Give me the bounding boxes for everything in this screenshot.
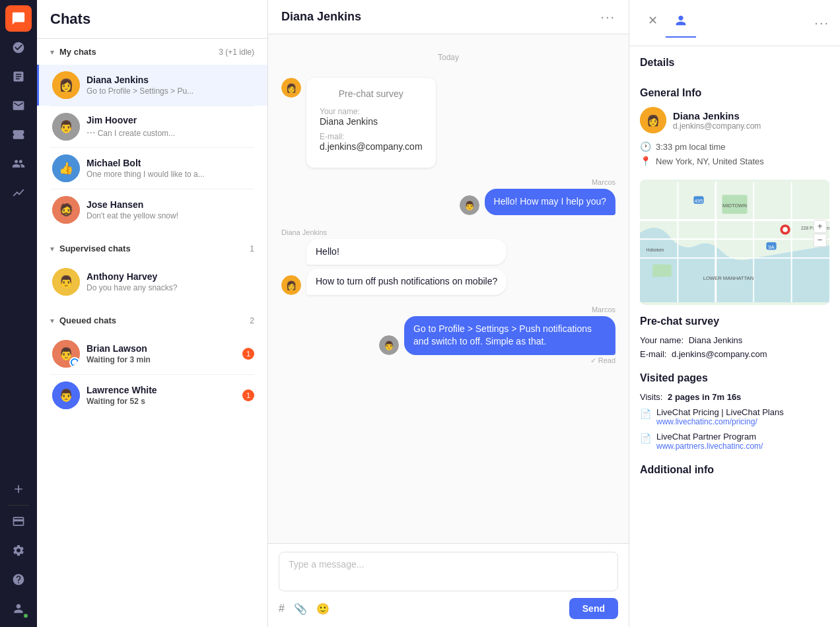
page-url-1[interactable]: www.livechatinc.com/pricing/ [656, 417, 784, 426]
chat-item-anthony[interactable]: 👨 Anthony Harvey Do you have any snacks? [37, 261, 267, 302]
msg-status-4: ✓ Read [281, 356, 615, 365]
send-button[interactable]: Send [569, 598, 618, 619]
queued-chats-title: Queued chats [59, 315, 116, 325]
emoji-icon[interactable]: 🙂 [316, 603, 330, 615]
more-options-icon[interactable]: ··· [600, 9, 615, 24]
chat-item-lawrence[interactable]: 👨 Lawrence White Waiting for 52 s 1 [37, 375, 267, 416]
chat-item-info-jose: Jose Hansen Don't eat the yellow snow! [87, 199, 254, 220]
general-info-title: General Info [640, 87, 829, 99]
avatar-anthony: 👨 [52, 268, 80, 296]
prechat-name-value: Diana Jenkins [689, 335, 743, 345]
avatar-brian: 👨 [52, 340, 80, 368]
sidebar-item-user[interactable] [5, 595, 32, 622]
user-info-header: 👩 Diana Jenkins d.jenkins@company.com [640, 107, 829, 133]
msg-row-4: Go to Profile > Settings > Push notifica… [281, 316, 615, 355]
msg-sender-diana: Diana Jenkins 👩 Hello! How to turn off p… [281, 228, 615, 295]
visited-pages-section: Visited pages Visits: 2 pages in 7m 16s … [640, 372, 829, 451]
sidebar-item-agents[interactable] [5, 34, 32, 61]
survey-row: 👩 Pre-chat survey Your name: Diana Jenki… [281, 78, 615, 168]
avatar-lawrence: 👨 [52, 381, 80, 409]
sidebar-item-inbox[interactable] [5, 92, 32, 119]
chat-item-name-lawrence: Lawrence White [87, 385, 236, 395]
user-profile-tab[interactable] [666, 8, 696, 38]
survey-email-value: d.jenkins@company.com [320, 141, 423, 152]
icon-bar [0, 0, 37, 627]
survey-card: Pre-chat survey Your name: Diana Jenkins… [306, 78, 436, 168]
my-chats-title: My chats [59, 47, 96, 57]
sidebar-item-divider [8, 505, 29, 506]
svg-text:👩: 👩 [286, 280, 297, 291]
svg-text:👩: 👩 [286, 82, 297, 94]
chat-item-diana[interactable]: 👩 Diana Jenkins Go to Profile > Settings… [37, 65, 267, 106]
chat-item-brian[interactable]: 👨 Brian Lawson Waiting for 3 min 1 [37, 333, 267, 374]
msg-row-2: 👩 Hello! How to turn off push notificati… [281, 239, 615, 295]
sidebar-item-team[interactable] [5, 150, 32, 177]
msg-avatar-diana-2: 👩 [281, 275, 301, 295]
details-location-row: 📍 New York, NY, United States [640, 156, 829, 166]
msg-row-1: Hello! How may I help you? 👨 [281, 189, 615, 215]
sidebar-item-add[interactable] [5, 476, 32, 502]
general-info-section: General Info 👩 Diana Jenkins d.jenkins@c… [640, 87, 829, 166]
chat-header-title: Diana Jenkins [281, 10, 361, 24]
chat-input-box[interactable]: Type a message... [279, 552, 618, 591]
details-title: Details [640, 57, 674, 69]
sidebar-item-billing[interactable] [5, 508, 32, 535]
survey-title: Pre-chat survey [320, 88, 423, 99]
chat-list-panel: Chats ▾ My chats 3 (+1 idle) 👩 Diana Jen… [37, 0, 268, 627]
chat-item-name-diana: Diana Jenkins [87, 75, 254, 85]
additional-info-title: Additional info [640, 464, 829, 476]
sidebar-item-settings[interactable] [5, 537, 32, 564]
svg-text:👩: 👩 [59, 78, 74, 92]
chat-item-name-anthony: Anthony Harvey [87, 271, 254, 282]
chat-messages: Today 👩 Pre-chat survey Your name: Diana… [268, 34, 629, 543]
survey-name-label: Your name: [320, 107, 423, 116]
avatar-michael: 👍 [52, 154, 80, 182]
close-panel-button[interactable]: ✕ [640, 8, 666, 38]
survey-email-label: E-mail: [320, 132, 423, 141]
messenger-badge [69, 357, 80, 368]
chat-item-jim[interactable]: 👨 Jim Hoover ··· Can I create custom... [37, 106, 267, 147]
chat-item-jose[interactable]: 🧔 Jose Hansen Don't eat the yellow snow! [37, 189, 267, 230]
chat-item-info-brian: Brian Lawson Waiting for 3 min [87, 343, 236, 364]
chat-item-preview-brian: Waiting for 3 min [87, 355, 236, 364]
details-location: New York, NY, United States [656, 156, 764, 166]
page-item-1: 📄 LiveChat Pricing | LiveChat Plans www.… [640, 407, 829, 426]
chat-item-preview-anthony: Do you have any snacks? [87, 283, 254, 292]
chat-item-preview-jim: ··· Can I create custom... [87, 127, 254, 139]
page-url-2[interactable]: www.partners.livechatinc.com/ [656, 442, 763, 451]
badge-lawrence: 1 [242, 389, 254, 401]
details-time-row: 🕐 3:33 pm local time [640, 141, 829, 152]
chat-item-michael[interactable]: 👍 Michael Bolt One more thing I would li… [37, 148, 267, 189]
my-chats-section-header[interactable]: ▾ My chats 3 (+1 idle) [37, 39, 267, 65]
page-icon-1: 📄 [640, 409, 651, 419]
svg-text:👨: 👨 [59, 119, 74, 134]
supervised-chats-section-header[interactable]: ▾ Supervised chats 1 [37, 236, 267, 261]
my-chats-chevron: ▾ [50, 48, 54, 57]
msg-avatar-marcos-1: 👨 [460, 195, 479, 215]
supervised-chats-title: Supervised chats [59, 244, 131, 253]
svg-text:👍: 👍 [59, 161, 74, 176]
right-panel-header: ✕ ··· [629, 0, 840, 46]
svg-text:🧔: 🧔 [59, 203, 74, 217]
badge-brian: 1 [242, 348, 254, 360]
supervised-chats-chevron: ▾ [50, 244, 54, 253]
right-panel-more[interactable]: ··· [814, 15, 829, 30]
sidebar-item-tickets[interactable] [5, 121, 32, 148]
hashtag-icon[interactable]: # [279, 603, 285, 615]
details-time: 3:33 pm local time [656, 142, 726, 152]
prechat-survey-section: Pre-chat survey Your name: Diana Jenkins… [640, 315, 829, 359]
chat-item-name-brian: Brian Lawson [87, 343, 236, 354]
sidebar-item-chats[interactable] [5, 5, 32, 32]
additional-info-section: Additional info [640, 464, 829, 476]
sidebar-item-analytics[interactable] [5, 180, 32, 206]
queued-chats-section-header[interactable]: ▾ Queued chats 2 [37, 308, 267, 333]
prechat-email-row: E-mail: d.jenkins@company.com [640, 349, 829, 359]
chat-item-name-jim: Jim Hoover [87, 115, 254, 125]
sidebar-item-help[interactable] [5, 566, 32, 593]
survey-email-field: E-mail: d.jenkins@company.com [320, 132, 423, 152]
msg-bubble-4: Go to Profile > Settings > Push notifica… [404, 316, 615, 355]
survey-avatar: 👩 [281, 78, 301, 98]
sidebar-item-reports[interactable] [5, 63, 32, 90]
msg-bubble-3: How to turn off push notifications on mo… [306, 269, 507, 295]
attachment-icon[interactable]: 📎 [294, 603, 307, 615]
